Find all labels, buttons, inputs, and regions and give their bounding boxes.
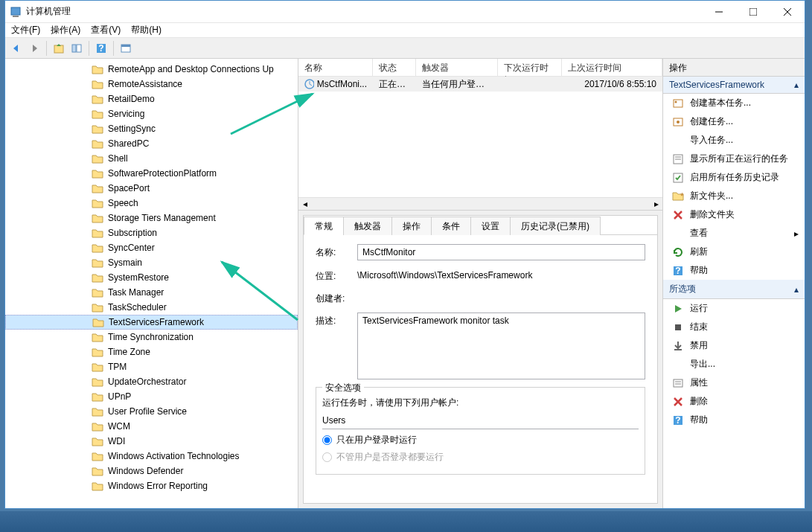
task-rows: MsCtfMoni...正在运行当任何用户登录时2017/10/6 8:55:1…: [298, 77, 662, 197]
tree-item[interactable]: Shell: [5, 151, 298, 166]
tree-item[interactable]: Windows Activation Technologies: [5, 449, 298, 464]
menu-help[interactable]: 帮助(H): [131, 24, 162, 36]
action-item[interactable]: 导出...: [663, 355, 805, 374]
separator: [89, 41, 89, 56]
col-last-run[interactable]: 上次运行时间: [562, 59, 662, 76]
action-item[interactable]: 刷新: [663, 243, 805, 261]
tree-item[interactable]: RemoteApp and Desktop Connections Up: [5, 62, 298, 77]
tab-actions[interactable]: 操作: [391, 217, 432, 235]
tree-item[interactable]: SoftwareProtectionPlatform: [5, 166, 298, 181]
col-status[interactable]: 状态: [373, 59, 416, 76]
menu-view[interactable]: 查看(V): [91, 24, 121, 36]
tab-history[interactable]: 历史记录(已禁用): [510, 217, 601, 235]
tree-item[interactable]: Time Zone: [5, 344, 298, 359]
middle-panel: 名称 状态 触发器 下次运行时间 上次运行时间 MsCtfMoni...正在运行…: [298, 59, 663, 508]
task-list-scrollbar[interactable]: ◂ ▸: [298, 197, 662, 210]
tree-item[interactable]: UpdateOrchestrator: [5, 374, 298, 389]
menu-action[interactable]: 操作(A): [51, 24, 80, 36]
scroll-left-icon[interactable]: ◂: [298, 198, 311, 211]
action-item[interactable]: 启用所有任务历史记录: [663, 168, 805, 187]
minimize-button[interactable]: [702, 1, 736, 22]
action-item[interactable]: 导入任务...: [663, 131, 805, 150]
svg-text:?: ?: [675, 415, 680, 426]
tree-item[interactable]: SettingSync: [5, 121, 298, 136]
action-item[interactable]: 属性: [663, 374, 805, 392]
content-area: RemoteApp and Desktop Connections UpRemo…: [5, 59, 805, 508]
tree-item[interactable]: Windows Defender: [5, 464, 298, 478]
tab-settings[interactable]: 设置: [470, 217, 511, 235]
tree-item[interactable]: TaskScheduler: [5, 300, 298, 315]
tree-item[interactable]: Windows Error Reporting: [5, 478, 298, 493]
tree-item[interactable]: SyncCenter: [5, 240, 298, 255]
col-triggers[interactable]: 触发器: [416, 59, 498, 76]
tab-conditions[interactable]: 条件: [431, 217, 471, 235]
actions-section-selected[interactable]: 所选项 ▴: [663, 280, 805, 299]
svg-rect-14: [674, 100, 682, 107]
action-label: 帮助: [690, 264, 799, 277]
action-item[interactable]: 删除文件夹: [663, 205, 805, 224]
tree-item[interactable]: SystemRestore: [5, 270, 298, 285]
scroll-right-icon[interactable]: ▸: [650, 198, 662, 211]
radio-logged-on[interactable]: 只在用户登录时运行: [322, 434, 639, 446]
back-button[interactable]: [8, 40, 25, 57]
up-button[interactable]: [51, 40, 67, 57]
tree-item[interactable]: Task Manager: [5, 285, 298, 300]
show-hide-button[interactable]: [68, 40, 85, 57]
task-list: 名称 状态 触发器 下次运行时间 上次运行时间 MsCtfMoni...正在运行…: [298, 59, 662, 211]
tree-item[interactable]: Time Synchronization: [5, 330, 298, 344]
radio-always-input[interactable]: [322, 452, 332, 462]
tree-item[interactable]: Sysmain: [5, 255, 298, 270]
tree-item[interactable]: Servicing: [5, 106, 298, 121]
col-next-run[interactable]: 下次运行时间: [498, 59, 562, 76]
action-item[interactable]: 查看▸: [663, 224, 805, 243]
action-item[interactable]: 创建任务...: [663, 112, 805, 131]
tree-item[interactable]: TextServicesFramework: [5, 315, 298, 330]
tab-general[interactable]: 常规: [304, 217, 344, 235]
actions-section-context[interactable]: TextServicesFramework ▴: [663, 77, 805, 94]
tree-item[interactable]: User Profile Service: [5, 404, 298, 419]
scroll-track[interactable]: [311, 198, 650, 211]
actions-list-context: 创建基本任务...创建任务...导入任务...显示所有正在运行的任务启用所有任务…: [663, 94, 805, 280]
svg-rect-6: [54, 45, 63, 53]
maximize-button[interactable]: [736, 1, 770, 22]
action-item[interactable]: 删除: [663, 392, 805, 411]
action-item[interactable]: ?帮助: [663, 261, 805, 280]
tree-item[interactable]: TPM: [5, 359, 298, 374]
radio-always[interactable]: 不管用户是否登录都要运行: [322, 451, 639, 464]
tree-item[interactable]: Speech: [5, 196, 298, 211]
tab-triggers[interactable]: 触发器: [343, 217, 392, 235]
tree-item-label: SystemRestore: [108, 272, 169, 283]
close-button[interactable]: [770, 1, 805, 22]
tree-item[interactable]: Storage Tiers Management: [5, 211, 298, 225]
action-label: 显示所有正在运行的任务: [690, 153, 799, 165]
tree-item[interactable]: RemoteAssistance: [5, 77, 298, 92]
task-row[interactable]: MsCtfMoni...正在运行当任何用户登录时2017/10/6 8:55:1…: [298, 77, 662, 92]
radio-logged-on-input[interactable]: [322, 435, 332, 445]
action-item[interactable]: *新文件夹...: [663, 187, 805, 205]
tree-item[interactable]: RetailDemo: [5, 92, 298, 106]
menu-file[interactable]: 文件(F): [11, 24, 40, 36]
tree-item[interactable]: WCM: [5, 419, 298, 434]
col-name[interactable]: 名称: [298, 59, 373, 76]
action-item[interactable]: 禁用: [663, 336, 805, 355]
action-item[interactable]: 创建基本任务...: [663, 94, 805, 112]
tree-item[interactable]: SharedPC: [5, 136, 298, 151]
tree-item-label: Speech: [108, 198, 138, 208]
action-item[interactable]: 结束: [663, 318, 805, 336]
action-icon: [672, 135, 684, 147]
tree-item[interactable]: Subscription: [5, 225, 298, 240]
action-item[interactable]: ?帮助: [663, 411, 805, 429]
tree-item[interactable]: UPnP: [5, 389, 298, 404]
properties-button[interactable]: [118, 40, 134, 57]
tree-item-label: SpacePort: [108, 183, 150, 193]
action-icon: [672, 321, 684, 333]
action-item[interactable]: 运行: [663, 299, 805, 318]
tree-item[interactable]: WDI: [5, 434, 298, 449]
action-label: 导入任务...: [690, 134, 799, 147]
action-label: 创建任务...: [690, 115, 799, 128]
tree-panel[interactable]: RemoteApp and Desktop Connections UpRemo…: [5, 59, 298, 508]
help-button[interactable]: ?: [93, 40, 109, 57]
forward-button[interactable]: [26, 40, 42, 57]
action-item[interactable]: 显示所有正在运行的任务: [663, 150, 805, 168]
tree-item[interactable]: SpacePort: [5, 181, 298, 196]
